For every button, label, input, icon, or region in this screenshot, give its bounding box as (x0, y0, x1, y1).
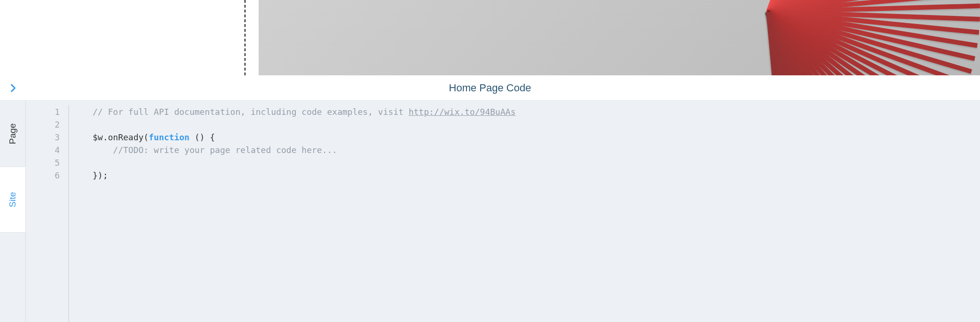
preview-area (0, 0, 980, 75)
preview-image (259, 0, 980, 75)
code-comment: //TODO: write your page related code her… (93, 145, 337, 155)
line-number: 2 (26, 118, 60, 131)
line-number: 4 (26, 144, 60, 156)
code-text: () { (190, 132, 215, 142)
line-number: 5 (26, 156, 60, 169)
code-keyword: function (149, 132, 190, 142)
code-content-area[interactable]: // For full API documentation, including… (68, 105, 980, 322)
side-tabs: Page Site (0, 101, 26, 322)
tab-site-label: Site (8, 192, 18, 208)
code-editor[interactable]: 1 2 3 4 5 6 // For full API documentatio… (26, 101, 980, 322)
line-number: 1 (26, 105, 60, 118)
tab-page[interactable]: Page (0, 101, 25, 167)
code-panel: Home Page Code Page Site 1 2 3 4 5 6 // … (0, 75, 980, 322)
code-comment: // For full API documentation, including… (93, 107, 409, 117)
code-line-4: //TODO: write your page related code her… (93, 144, 966, 156)
panel-title: Home Page Code (449, 82, 531, 94)
tab-page-label: Page (8, 123, 18, 144)
line-number: 3 (26, 131, 60, 144)
code-line-3: $w.onReady(function () { (93, 131, 966, 144)
code-line-1: // For full API documentation, including… (93, 105, 966, 118)
code-line-6: }); (93, 169, 966, 182)
code-line-2 (93, 118, 966, 131)
chevron-right-icon (7, 81, 20, 95)
preview-edge-divider (245, 0, 245, 75)
tab-site[interactable]: Site (0, 167, 25, 233)
code-doc-link[interactable]: http://wix.to/94BuAAs (409, 107, 516, 117)
paper-fan-decor (627, 0, 980, 75)
code-text: $w.onReady( (93, 132, 149, 142)
code-line-5 (93, 156, 966, 169)
code-panel-header: Home Page Code (0, 75, 980, 101)
code-text: }); (93, 170, 108, 180)
line-numbers-gutter: 1 2 3 4 5 6 (26, 105, 68, 322)
code-panel-body: Page Site 1 2 3 4 5 6 // For full API do… (0, 101, 980, 322)
panel-toggle-button[interactable] (0, 75, 26, 100)
line-number: 6 (26, 169, 60, 182)
